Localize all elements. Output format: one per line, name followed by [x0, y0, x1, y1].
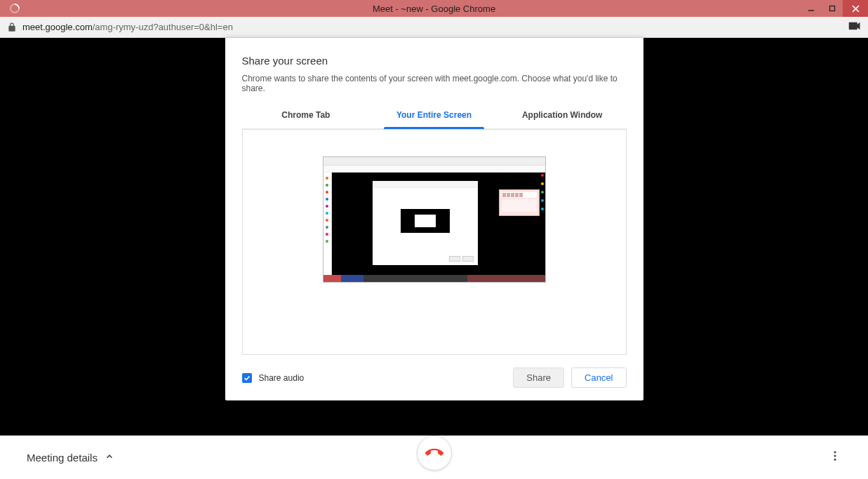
hangup-button[interactable]: [417, 436, 452, 471]
tab-application-window[interactable]: Application Window: [498, 103, 627, 128]
screen-preview-thumbnail[interactable]: [323, 156, 546, 283]
dialog-title: Share your screen: [242, 55, 627, 67]
phone-icon: [421, 440, 447, 466]
share-button[interactable]: Share: [513, 367, 564, 388]
loading-spinner-icon: [8, 1, 22, 15]
window-minimize-button[interactable]: [801, 0, 822, 17]
window-maximize-button[interactable]: [822, 0, 843, 17]
svg-point-6: [834, 459, 836, 461]
url-text[interactable]: meet.google.com/amg-rymy-uzd?authuser=0&…: [22, 22, 233, 32]
meet-bottom-bar: Meeting details: [0, 436, 868, 479]
more-vert-icon: [829, 450, 841, 462]
more-options-button[interactable]: [829, 450, 841, 465]
screen-preview-area: [242, 129, 627, 355]
camera-icon[interactable]: [848, 21, 861, 34]
address-bar: meet.google.com/amg-rymy-uzd?authuser=0&…: [0, 17, 868, 38]
svg-point-4: [834, 451, 836, 453]
svg-rect-1: [830, 6, 835, 11]
checkbox-icon: [242, 373, 252, 383]
share-screen-dialog: Share your screen Chrome wants to share …: [225, 38, 643, 400]
window-close-button[interactable]: [843, 0, 868, 17]
tab-chrome-tab[interactable]: Chrome Tab: [242, 103, 370, 128]
share-audio-label: Share audio: [259, 373, 305, 383]
meeting-details-label: Meeting details: [27, 452, 98, 464]
svg-point-5: [834, 455, 836, 457]
meeting-details-button[interactable]: Meeting details: [27, 452, 114, 464]
dialog-tabs: Chrome Tab Your Entire Screen Applicatio…: [242, 103, 627, 129]
share-audio-checkbox[interactable]: Share audio: [242, 373, 305, 383]
dialog-footer: Share audio Share Cancel: [242, 367, 627, 388]
tab-entire-screen[interactable]: Your Entire Screen: [370, 103, 498, 128]
window-title: Meet - ~new - Google Chrome: [373, 4, 495, 14]
page-content: Share your screen Chrome wants to share …: [0, 38, 868, 479]
window-titlebar: Meet - ~new - Google Chrome: [0, 0, 868, 17]
chevron-up-icon: [105, 452, 114, 464]
lock-icon: [7, 22, 17, 32]
cancel-button[interactable]: Cancel: [571, 367, 626, 388]
dialog-description: Chrome wants to share the contents of yo…: [242, 74, 627, 93]
